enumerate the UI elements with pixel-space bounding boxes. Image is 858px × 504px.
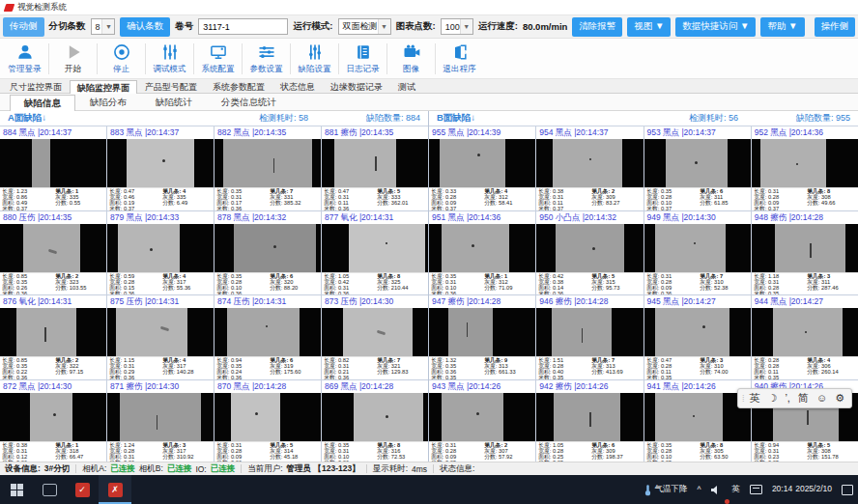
defect-mark-line xyxy=(589,412,591,427)
help-menu-button[interactable]: 帮助 ▼ xyxy=(760,17,804,37)
ime-lang-toggle[interactable]: 英 xyxy=(747,389,763,407)
ime-simplified-toggle[interactable]: 简 xyxy=(795,389,812,407)
sub-tab-1[interactable]: 缺陷分布 xyxy=(75,94,141,110)
volume-tray-button[interactable] xyxy=(705,475,727,504)
sub-tab-3[interactable]: 分类信息统计 xyxy=(207,94,291,110)
drive-side-button[interactable]: 传动侧 xyxy=(3,17,44,37)
defect-cell[interactable]: 881 擦伤 |20:14:35长度: 0.47宽度: 0.31面积: 0.11… xyxy=(322,126,428,210)
defect-cell[interactable]: 948 擦伤 |20:14:28长度: 1.18宽度: 0.31面积: 0.28… xyxy=(752,211,858,295)
defect-cell[interactable]: 872 黑点 |20:14:30长度: 0.38宽度: 0.31面积: 0.12… xyxy=(0,380,106,462)
defect-cell[interactable]: 953 黑点 |20:14:37长度: 0.35宽度: 0.28面积: 0.10… xyxy=(644,126,751,210)
defect-cell[interactable]: 944 黑点 |20:14:27长度: 0.28宽度: 0.28面积: 0.11… xyxy=(752,295,858,379)
defect-cell[interactable]: 882 黑点 |20:14:35长度: 0.35宽度: 0.31面积: 0.17… xyxy=(214,126,321,210)
defect-cell[interactable]: 950 小凸点 |20:14:32长度: 0.42宽度: 0.38面积: 0.1… xyxy=(536,211,643,295)
taskbar-app-detection[interactable]: ✗ xyxy=(99,475,131,504)
defect-cell[interactable]: 884 黑点 |20:14:37长度: 1.23宽度: 0.86面积: 0.49… xyxy=(0,126,106,210)
defect-stats-text: 长度: 1.15宽度: 0.31面积: 0.29米数: 0.36第几条: 4灰度… xyxy=(107,357,214,379)
defect-cell[interactable]: 941 黑点 |20:14:26长度: 0.35宽度: 0.28面积: 0.10… xyxy=(644,380,751,462)
main-tab-5[interactable]: 边缘数据记录 xyxy=(323,79,390,93)
sub-tab-0[interactable]: 缺陷信息 xyxy=(10,95,75,111)
ime-fullhalf-moon-icon[interactable]: ☽ xyxy=(765,389,781,407)
operator-side-button[interactable]: 操作侧 xyxy=(815,17,856,37)
stat-line: 米数: 0.36 xyxy=(324,376,377,379)
defect-cell[interactable]: 875 压伤 |20:14:31长度: 1.15宽度: 0.31面积: 0.29… xyxy=(107,295,214,379)
defect-cell[interactable]: 870 黑点 |20:14:28长度: 0.31宽度: 0.28面积: 0.09… xyxy=(214,380,321,462)
toolbar-button-exit-door[interactable]: 退出程序 xyxy=(437,40,482,78)
data-quick-access-menu-button[interactable]: 数据快捷访问 ▼ xyxy=(675,17,756,37)
toolbar-button-user[interactable]: 管理登录 xyxy=(2,40,47,78)
toolbar-button-monitor[interactable]: 系统配置 xyxy=(195,40,241,78)
stat-score-line: 分数: 6.49 xyxy=(162,201,212,207)
defect-cell[interactable]: 945 黑点 |20:14:27长度: 0.47宽度: 0.28面积: 0.11… xyxy=(644,295,751,379)
toolbar-button-label: 图像 xyxy=(403,64,419,75)
defect-cell[interactable]: 869 黑点 |20:14:28长度: 0.35宽度: 0.31面积: 0.10… xyxy=(322,380,428,462)
defect-cell[interactable]: 876 氧化 |20:14:31长度: 0.85宽度: 0.35面积: 0.22… xyxy=(0,295,106,379)
clock-time: 20:14 xyxy=(772,485,792,494)
log-book-icon xyxy=(353,42,373,63)
main-tab-6[interactable]: 测试 xyxy=(390,79,423,93)
defect-cell[interactable]: 951 黑点 |20:14:36长度: 0.35宽度: 0.31面积: 0.10… xyxy=(429,211,535,295)
defect-cell[interactable]: 942 擦伤 |20:14:26长度: 1.05宽度: 0.28面积: 0.25… xyxy=(536,380,643,462)
toolbar-button-defect-sliders[interactable]: 缺陷设置 xyxy=(292,40,337,78)
defect-stats-left: 长度: 0.38宽度: 0.31面积: 0.12米数: 0.36 xyxy=(2,443,55,462)
defect-cell[interactable]: 880 压伤 |20:14:35长度: 0.85宽度: 0.35面积: 0.26… xyxy=(0,211,106,295)
confirm-count-button[interactable]: 确认条数 xyxy=(120,17,170,37)
defect-stats: 长度: 0.35宽度: 0.28面积: 0.10米数: 0.37第几条: 6灰度… xyxy=(644,187,751,210)
stat-score-line: 分数: 52.38 xyxy=(700,286,749,292)
main-tab-0[interactable]: 尺寸监控界面 xyxy=(2,79,70,93)
roll-no-input[interactable] xyxy=(198,18,288,35)
main-tab-1[interactable]: 缺陷监控界面 xyxy=(70,80,137,94)
stat-score-line: 分数: 58.41 xyxy=(484,201,533,207)
defect-image xyxy=(214,139,321,187)
view-menu-button[interactable]: 视图 ▼ xyxy=(627,17,671,37)
toolbar-button-stop[interactable]: 停止 xyxy=(99,40,144,78)
toolbar-button-log-book[interactable]: 日志记录 xyxy=(340,40,386,78)
ime-drag-handle[interactable]: ⁞ xyxy=(742,394,745,404)
defect-stats-left: 长度: 1.05宽度: 0.28面积: 0.25米数: 0.35 xyxy=(538,443,591,462)
defect-cell[interactable]: 955 黑点 |20:14:39长度: 0.33宽度: 0.28面积: 0.09… xyxy=(429,126,535,210)
stat-line: 米数: 0.36 xyxy=(216,461,270,462)
defect-cell[interactable]: 877 氧化 |20:14:31长度: 1.05宽度: 0.42面积: 0.31… xyxy=(322,211,428,295)
ime-punctuation-icon[interactable]: ’, xyxy=(782,389,793,407)
start-button[interactable] xyxy=(0,475,33,504)
toolbar-button-params-sliders[interactable]: 参数设置 xyxy=(243,40,289,78)
defect-image xyxy=(536,139,643,187)
defect-cell[interactable]: 952 黑点 |20:14:36长度: 0.31宽度: 0.28面积: 0.09… xyxy=(752,126,858,210)
chart-points-select[interactable]: 100 ▼ xyxy=(441,18,473,35)
defect-cell[interactable]: 879 黑点 |20:14:33长度: 0.59宽度: 0.28面积: 0.15… xyxy=(107,211,214,295)
defect-cell[interactable]: 873 压伤 |20:14:30长度: 0.82宽度: 0.31面积: 0.21… xyxy=(322,295,428,379)
defect-cell[interactable]: 946 擦伤 |20:14:28长度: 1.51宽度: 0.28面积: 0.40… xyxy=(536,295,643,379)
action-center-button[interactable] xyxy=(837,475,858,504)
clock-tray[interactable]: 20:14 2025/2/10 xyxy=(767,475,837,504)
defect-stats-right: 第几条: 2灰度: 309分数: 83.27 xyxy=(592,189,642,210)
tray-expand-button[interactable]: ^ xyxy=(692,475,705,504)
defect-cell[interactable]: 874 压伤 |20:14:31长度: 0.94宽度: 0.35面积: 0.24… xyxy=(214,295,321,379)
defect-cell[interactable]: 883 黑点 |20:14:37长度: 0.47宽度: 0.46面积: 0.19… xyxy=(107,126,214,210)
ime-settings-gear-icon[interactable]: ⚙ xyxy=(832,389,847,407)
run-mode-select[interactable]: 双面检测 ▼ xyxy=(338,18,391,35)
defect-cell[interactable]: 947 擦伤 |20:14:28长度: 1.32宽度: 0.35面积: 0.36… xyxy=(429,295,535,379)
toolbar-button-debug-sliders[interactable]: 调试模式 xyxy=(147,40,192,78)
taskbar-app-red-1[interactable]: ✓ xyxy=(66,475,99,504)
keyboard-tray-button[interactable] xyxy=(745,475,767,504)
slit-count-select[interactable]: 8 ▼ xyxy=(91,18,116,35)
clear-alarm-button[interactable]: 清除报警 xyxy=(572,17,622,37)
defect-cell[interactable]: 949 黑点 |20:14:30长度: 0.31宽度: 0.28面积: 0.09… xyxy=(644,211,751,295)
main-tab-4[interactable]: 状态信息 xyxy=(272,79,323,93)
defect-cell[interactable]: 943 黑点 |20:14:26长度: 0.31宽度: 0.28面积: 0.09… xyxy=(429,380,535,462)
weather-tray-item[interactable]: 气温下降 xyxy=(640,475,692,504)
taskbar-app-explorer[interactable] xyxy=(33,475,66,504)
defect-cell[interactable]: 878 黑点 |20:14:32长度: 0.35宽度: 0.28面积: 0.10… xyxy=(214,211,321,295)
sub-tab-2[interactable]: 缺陷统计 xyxy=(141,94,207,110)
defect-stats-text: 长度: 0.31宽度: 0.28面积: 0.09米数: 0.36第几条: 5灰度… xyxy=(214,442,321,462)
defect-mark-dot xyxy=(53,413,56,416)
defect-cell[interactable]: 871 擦伤 |20:14:30长度: 1.24宽度: 0.28面积: 0.31… xyxy=(107,380,214,462)
main-tab-3[interactable]: 系统参数配置 xyxy=(205,79,272,93)
defect-cell[interactable]: 954 黑点 |20:14:37长度: 0.38宽度: 0.31面积: 0.11… xyxy=(536,126,643,210)
defect-mark-line xyxy=(157,415,158,430)
toolbar-button-play[interactable]: 开始 xyxy=(50,40,96,78)
toolbar-button-camera[interactable]: 图像 xyxy=(388,40,434,78)
ime-emoji-icon[interactable]: ☺ xyxy=(814,389,830,407)
ime-language-button[interactable]: 英 xyxy=(727,475,745,504)
main-tab-2[interactable]: 产品型号配置 xyxy=(137,79,205,93)
